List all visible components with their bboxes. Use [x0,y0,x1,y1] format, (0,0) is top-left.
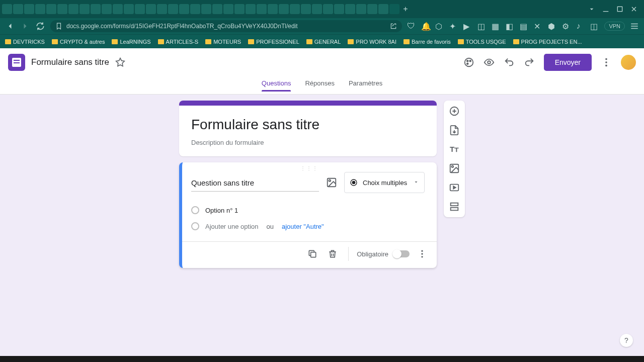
form-title-card[interactable]: Formulaire sans titre Description du for… [179,101,437,156]
bookmark-folder[interactable]: Barre de favoris [404,39,451,45]
browser-tab[interactable] [79,4,90,14]
palette-icon[interactable] [463,57,474,68]
option-text[interactable]: Option n° 1 [205,207,238,214]
browser-tab[interactable] [135,4,145,14]
browser-tab[interactable] [279,4,289,14]
browser-tab[interactable] [157,4,167,14]
bookmark-folder[interactable]: PROFESSIONEL [248,39,299,45]
browser-tab[interactable] [356,4,366,14]
undo-icon[interactable] [504,57,515,68]
bookmark-folder[interactable]: PROG PEOJECTS EN... [513,39,582,45]
extension-icon[interactable]: ◫ [590,22,599,31]
browser-tab[interactable] [345,4,355,14]
url-input[interactable]: docs.google.com/forms/d/15IGeFH21RptFl4h… [50,20,402,32]
question-card[interactable]: ⋮⋮⋮ Choix multiples Option n° 1 [179,162,437,268]
extension-icon[interactable]: ▦ [492,22,501,31]
new-tab-button[interactable]: + [400,4,411,14]
browser-tab[interactable] [257,4,267,14]
browser-tab[interactable] [146,4,156,14]
bookmark-folder[interactable]: LeaRNINGS [112,39,150,45]
extension-icon[interactable]: ⬢ [548,22,557,31]
avatar[interactable] [621,55,636,70]
browser-tab[interactable] [24,4,34,14]
extension-icon[interactable]: ✦ [449,22,458,31]
add-section-icon[interactable] [449,201,460,212]
browser-tab[interactable] [124,4,134,14]
forms-logo-icon[interactable] [8,54,25,71]
forward-button[interactable] [20,21,30,31]
windows-taskbar[interactable] [0,356,644,362]
back-button[interactable] [5,21,15,31]
tab-responses[interactable]: Réponses [305,79,335,91]
browser-tab[interactable] [301,4,311,14]
add-option-button[interactable]: Ajouter une option [205,223,259,230]
star-icon[interactable] [115,57,125,67]
preview-icon[interactable] [484,57,495,68]
add-question-icon[interactable] [449,106,460,117]
browser-tab[interactable] [312,4,322,14]
more-vert-icon[interactable] [601,57,612,68]
add-image-icon[interactable] [326,177,337,188]
window-close-icon[interactable] [630,5,638,13]
browser-tab[interactable] [91,4,101,14]
bookmark-folder[interactable]: CRYPTO & autres [52,39,105,45]
bookmark-folder[interactable]: GENERAL [306,39,341,45]
extension-icon[interactable]: ✕ [534,22,543,31]
browser-tab[interactable] [290,4,300,14]
bookmark-folder[interactable]: MOTEURS [205,39,241,45]
extension-icon[interactable]: ◫ [477,22,487,31]
tabs-dropdown-icon[interactable] [588,5,596,13]
browser-tab[interactable] [201,4,211,14]
browser-tab[interactable] [268,4,278,14]
form-description[interactable]: Description du formulaire [191,139,425,146]
browser-tab[interactable] [223,4,233,14]
extension-icon[interactable]: ♪ [576,22,585,31]
tab-settings[interactable]: Paramètres [349,79,382,91]
browser-tab[interactable] [35,4,45,14]
option-row[interactable]: Option n° 1 [191,202,425,218]
send-button[interactable]: Envoyer [544,54,592,71]
required-toggle[interactable] [393,250,410,257]
browser-tab[interactable] [190,4,200,14]
form-title[interactable]: Formulaire sans titre [191,117,425,133]
browser-tab[interactable] [246,4,256,14]
browser-tab[interactable] [234,4,245,14]
window-minimize-icon[interactable] [602,5,610,13]
bookmark-folder[interactable]: DEVTRICKS [5,39,45,45]
tab-questions[interactable]: Questions [262,79,291,91]
duplicate-icon[interactable] [307,249,317,259]
help-button[interactable]: ? [620,334,633,347]
delete-icon[interactable] [328,249,338,259]
extension-icon[interactable]: ⬡ [435,22,444,31]
import-questions-icon[interactable] [449,125,460,136]
redo-icon[interactable] [524,57,535,68]
browser-tab[interactable] [212,4,222,14]
vpn-badge[interactable]: VPN [604,22,625,31]
question-title-input[interactable] [191,173,319,192]
add-image-icon[interactable] [449,163,460,174]
extension-icon[interactable]: ◧ [506,22,515,31]
add-title-icon[interactable]: Tᴛ [449,144,460,155]
share-icon[interactable] [390,23,397,30]
browser-tab[interactable] [179,4,189,14]
menu-icon[interactable] [630,22,639,31]
bookmark-folder[interactable]: PRO WORK 8AI [348,39,396,45]
browser-tab[interactable] [13,4,23,14]
bookmark-folder[interactable]: TOOLS USQGE [458,39,506,45]
extension-icon[interactable]: 🛡 [407,22,416,31]
browser-tab[interactable] [378,4,388,14]
extension-icon[interactable]: ▶ [463,22,472,31]
extension-icon[interactable]: ⚙ [562,22,571,31]
drag-handle-icon[interactable]: ⋮⋮⋮ [182,162,437,172]
more-vert-icon[interactable] [417,249,427,259]
browser-tab[interactable] [168,4,178,14]
bookmark-page-icon[interactable] [55,23,62,30]
bookmark-folder[interactable]: ARTICLES-S [158,39,199,45]
doc-title[interactable]: Formulaire sans titre [31,57,109,67]
window-maximize-icon[interactable] [616,5,624,13]
reload-button[interactable] [35,21,45,31]
add-other-button[interactable]: ajouter "Autre" [282,223,324,230]
browser-tab[interactable] [113,4,123,14]
extension-icon[interactable]: 🔔 [421,22,430,31]
add-video-icon[interactable] [449,182,460,193]
